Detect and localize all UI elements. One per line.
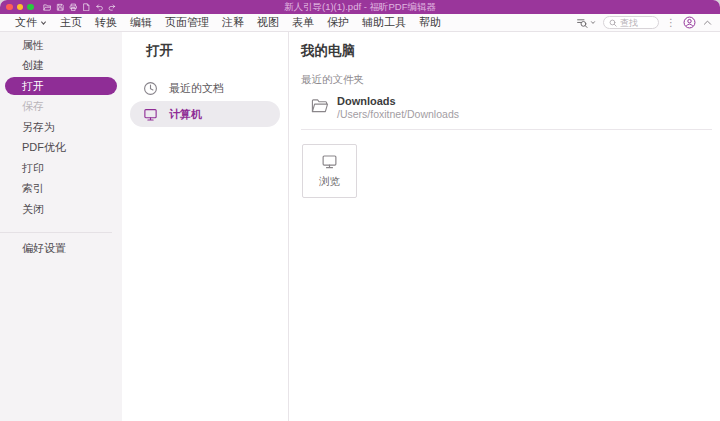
titlebar: 新人引导(1)(1).pdf - 福昕PDF编辑器 (0, 0, 720, 14)
sidebar-item-index[interactable]: 索引 (0, 179, 122, 200)
menu-edit-label: 编辑 (130, 15, 152, 30)
app-window: 新人引导(1)(1).pdf - 福昕PDF编辑器 文件 主页 转换 编辑 页面… (0, 0, 720, 421)
menu-accessibility[interactable]: 辅助工具 (362, 15, 406, 30)
menu-file-label: 文件 (15, 15, 37, 30)
open-item-label: 最近的文档 (169, 81, 224, 96)
menu-view[interactable]: 视图 (257, 15, 279, 30)
sidebar-item-create[interactable]: 创建 (0, 56, 122, 77)
open-panel-title: 打开 (146, 42, 288, 60)
account-avatar[interactable] (683, 16, 696, 29)
recent-folder-downloads[interactable]: Downloads /Users/foxitnet/Downloads (301, 93, 712, 130)
open-panel: 打开 最近的文档 计算机 (122, 32, 289, 421)
computer-panel: 我的电脑 最近的文件夹 Downloads /Users/foxitnet/Do… (289, 32, 720, 421)
menu-home-label: 主页 (60, 15, 82, 30)
sidebar-item-preferences[interactable]: 偏好设置 (0, 239, 122, 260)
close-window-button[interactable] (6, 4, 13, 11)
open-item-computer[interactable]: 计算机 (130, 101, 280, 127)
sidebar-item-label: 属性 (22, 38, 44, 53)
menu-view-label: 视图 (257, 15, 279, 30)
folder-icon (310, 97, 329, 114)
sidebar-item-label: 创建 (22, 58, 44, 73)
new-document-icon[interactable] (82, 3, 91, 12)
menu-edit[interactable]: 编辑 (130, 15, 152, 30)
menu-page-organize[interactable]: 页面管理 (165, 15, 209, 30)
menu-help[interactable]: 帮助 (419, 15, 441, 30)
file-view: 属性 创建 打开 保存 另存为 PDF优化 打印 索引 关闭 偏好设置 打开 最… (0, 32, 720, 421)
menu-comment-label: 注释 (222, 15, 244, 30)
sidebar-item-save-as[interactable]: 另存为 (0, 117, 122, 138)
recent-folders-label: 最近的文件夹 (301, 73, 712, 87)
sidebar-item-label: 打开 (22, 79, 44, 94)
menu-accessibility-label: 辅助工具 (362, 15, 406, 30)
browse-button[interactable]: 浏览 (302, 144, 357, 198)
minimize-window-button[interactable] (17, 4, 24, 11)
redo-icon[interactable] (108, 3, 117, 12)
computer-panel-title: 我的电脑 (301, 42, 712, 60)
traffic-lights (6, 4, 34, 11)
sidebar-item-label: 偏好设置 (22, 241, 66, 256)
sidebar-item-label: 关闭 (22, 202, 44, 217)
menu-convert[interactable]: 转换 (95, 15, 117, 30)
sidebar-item-close[interactable]: 关闭 (0, 199, 122, 220)
sidebar-item-label: 保存 (22, 99, 44, 114)
print-icon[interactable] (69, 3, 78, 12)
user-icon (683, 16, 696, 29)
open-item-label: 计算机 (169, 107, 202, 122)
menu-protect[interactable]: 保护 (327, 15, 349, 30)
find-replace-icon (576, 17, 588, 29)
menubar: 文件 主页 转换 编辑 页面管理 注释 视图 表单 保护 辅助工具 帮助 ⋮ (0, 14, 720, 32)
browse-button-label: 浏览 (319, 175, 340, 189)
menu-protect-label: 保护 (327, 15, 349, 30)
sidebar-item-label: 打印 (22, 161, 44, 176)
chevron-down-icon (590, 20, 596, 25)
sidebar-item-save: 保存 (0, 97, 122, 118)
computer-icon (143, 107, 158, 122)
sidebar-item-label: 另存为 (22, 120, 55, 135)
find-replace-button[interactable] (576, 17, 596, 29)
sidebar-item-label: 索引 (22, 181, 44, 196)
search-box[interactable] (603, 16, 659, 29)
open-item-recent-documents[interactable]: 最近的文档 (130, 75, 280, 101)
menu-convert-label: 转换 (95, 15, 117, 30)
zoom-window-button[interactable] (27, 4, 34, 11)
folder-name: Downloads (337, 95, 459, 107)
chevron-up-icon (703, 19, 712, 26)
collapse-ribbon-button[interactable] (703, 19, 712, 26)
sidebar-item-properties[interactable]: 属性 (0, 35, 122, 56)
menu-help-label: 帮助 (419, 15, 441, 30)
menu-comment[interactable]: 注释 (222, 15, 244, 30)
more-options-icon[interactable]: ⋮ (666, 18, 676, 28)
sidebar-item-label: PDF优化 (22, 140, 66, 155)
folder-path: /Users/foxitnet/Downloads (337, 108, 459, 120)
menu-file[interactable]: 文件 (15, 15, 47, 30)
open-file-icon[interactable] (43, 3, 52, 12)
menu-form[interactable]: 表单 (292, 15, 314, 30)
menu-form-label: 表单 (292, 15, 314, 30)
clock-icon (143, 81, 158, 96)
save-icon[interactable] (56, 3, 65, 12)
search-input[interactable] (620, 18, 653, 28)
sidebar-item-print[interactable]: 打印 (0, 158, 122, 179)
sidebar-divider (0, 232, 112, 233)
menu-home[interactable]: 主页 (60, 15, 82, 30)
menu-page-organize-label: 页面管理 (165, 15, 209, 30)
chevron-down-icon (40, 20, 47, 26)
sidebar-item-open[interactable]: 打开 (5, 77, 117, 95)
undo-icon[interactable] (95, 3, 104, 12)
computer-icon (321, 153, 338, 170)
sidebar-item-pdf-optimize[interactable]: PDF优化 (0, 138, 122, 159)
search-icon (609, 19, 617, 27)
file-sidebar: 属性 创建 打开 保存 另存为 PDF优化 打印 索引 关闭 偏好设置 (0, 32, 122, 421)
